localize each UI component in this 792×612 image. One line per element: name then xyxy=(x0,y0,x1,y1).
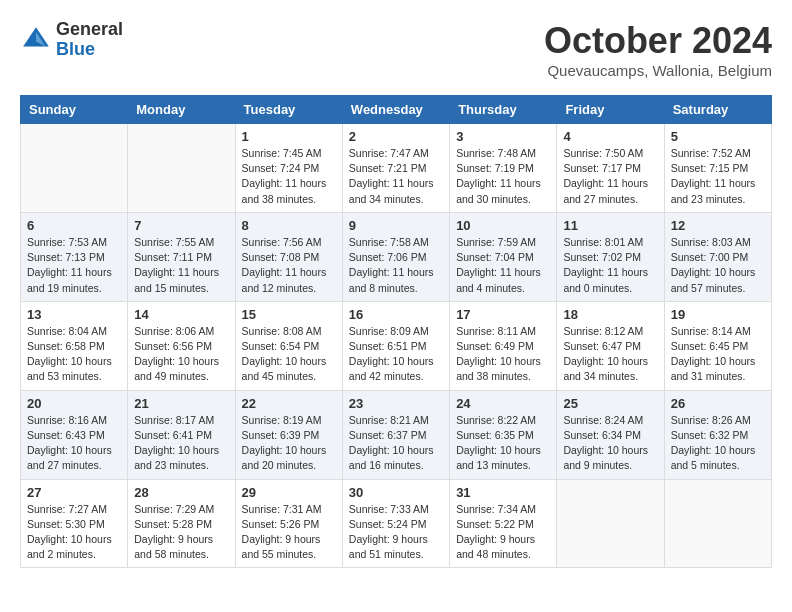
day-info: Sunrise: 8:06 AM Sunset: 6:56 PM Dayligh… xyxy=(134,324,228,385)
day-info: Sunrise: 8:04 AM Sunset: 6:58 PM Dayligh… xyxy=(27,324,121,385)
day-number: 5 xyxy=(671,129,765,144)
logo: General Blue xyxy=(20,20,123,60)
calendar-cell: 31Sunrise: 7:34 AM Sunset: 5:22 PM Dayli… xyxy=(450,479,557,568)
day-number: 14 xyxy=(134,307,228,322)
day-number: 16 xyxy=(349,307,443,322)
day-number: 22 xyxy=(242,396,336,411)
calendar-cell: 30Sunrise: 7:33 AM Sunset: 5:24 PM Dayli… xyxy=(342,479,449,568)
day-number: 20 xyxy=(27,396,121,411)
calendar-cell: 16Sunrise: 8:09 AM Sunset: 6:51 PM Dayli… xyxy=(342,301,449,390)
calendar-cell: 8Sunrise: 7:56 AM Sunset: 7:08 PM Daylig… xyxy=(235,212,342,301)
logo-icon xyxy=(20,24,52,56)
calendar-cell xyxy=(664,479,771,568)
day-info: Sunrise: 8:19 AM Sunset: 6:39 PM Dayligh… xyxy=(242,413,336,474)
calendar-cell: 4Sunrise: 7:50 AM Sunset: 7:17 PM Daylig… xyxy=(557,124,664,213)
logo-blue-text: Blue xyxy=(56,40,123,60)
day-info: Sunrise: 8:08 AM Sunset: 6:54 PM Dayligh… xyxy=(242,324,336,385)
calendar-cell: 28Sunrise: 7:29 AM Sunset: 5:28 PM Dayli… xyxy=(128,479,235,568)
day-number: 4 xyxy=(563,129,657,144)
week-row-1: 1Sunrise: 7:45 AM Sunset: 7:24 PM Daylig… xyxy=(21,124,772,213)
day-number: 27 xyxy=(27,485,121,500)
calendar-cell: 7Sunrise: 7:55 AM Sunset: 7:11 PM Daylig… xyxy=(128,212,235,301)
calendar-cell: 9Sunrise: 7:58 AM Sunset: 7:06 PM Daylig… xyxy=(342,212,449,301)
weekday-header-friday: Friday xyxy=(557,96,664,124)
day-number: 15 xyxy=(242,307,336,322)
calendar-cell: 22Sunrise: 8:19 AM Sunset: 6:39 PM Dayli… xyxy=(235,390,342,479)
day-info: Sunrise: 7:34 AM Sunset: 5:22 PM Dayligh… xyxy=(456,502,550,563)
day-info: Sunrise: 7:58 AM Sunset: 7:06 PM Dayligh… xyxy=(349,235,443,296)
calendar-cell xyxy=(557,479,664,568)
day-number: 6 xyxy=(27,218,121,233)
day-number: 2 xyxy=(349,129,443,144)
calendar-cell xyxy=(21,124,128,213)
location-text: Quevaucamps, Wallonia, Belgium xyxy=(544,62,772,79)
calendar-cell: 11Sunrise: 8:01 AM Sunset: 7:02 PM Dayli… xyxy=(557,212,664,301)
week-row-2: 6Sunrise: 7:53 AM Sunset: 7:13 PM Daylig… xyxy=(21,212,772,301)
weekday-header-tuesday: Tuesday xyxy=(235,96,342,124)
calendar-cell: 14Sunrise: 8:06 AM Sunset: 6:56 PM Dayli… xyxy=(128,301,235,390)
day-info: Sunrise: 8:24 AM Sunset: 6:34 PM Dayligh… xyxy=(563,413,657,474)
week-row-4: 20Sunrise: 8:16 AM Sunset: 6:43 PM Dayli… xyxy=(21,390,772,479)
day-number: 17 xyxy=(456,307,550,322)
calendar-cell: 5Sunrise: 7:52 AM Sunset: 7:15 PM Daylig… xyxy=(664,124,771,213)
week-row-5: 27Sunrise: 7:27 AM Sunset: 5:30 PM Dayli… xyxy=(21,479,772,568)
day-number: 30 xyxy=(349,485,443,500)
weekday-header-monday: Monday xyxy=(128,96,235,124)
day-number: 8 xyxy=(242,218,336,233)
calendar-cell: 12Sunrise: 8:03 AM Sunset: 7:00 PM Dayli… xyxy=(664,212,771,301)
calendar-table: SundayMondayTuesdayWednesdayThursdayFrid… xyxy=(20,95,772,568)
day-info: Sunrise: 7:31 AM Sunset: 5:26 PM Dayligh… xyxy=(242,502,336,563)
calendar-cell: 13Sunrise: 8:04 AM Sunset: 6:58 PM Dayli… xyxy=(21,301,128,390)
calendar-cell: 29Sunrise: 7:31 AM Sunset: 5:26 PM Dayli… xyxy=(235,479,342,568)
weekday-header-sunday: Sunday xyxy=(21,96,128,124)
weekday-header-saturday: Saturday xyxy=(664,96,771,124)
day-info: Sunrise: 8:01 AM Sunset: 7:02 PM Dayligh… xyxy=(563,235,657,296)
day-info: Sunrise: 7:56 AM Sunset: 7:08 PM Dayligh… xyxy=(242,235,336,296)
day-info: Sunrise: 7:50 AM Sunset: 7:17 PM Dayligh… xyxy=(563,146,657,207)
day-number: 7 xyxy=(134,218,228,233)
day-number: 18 xyxy=(563,307,657,322)
day-number: 21 xyxy=(134,396,228,411)
day-info: Sunrise: 8:17 AM Sunset: 6:41 PM Dayligh… xyxy=(134,413,228,474)
day-number: 12 xyxy=(671,218,765,233)
day-number: 28 xyxy=(134,485,228,500)
day-info: Sunrise: 8:21 AM Sunset: 6:37 PM Dayligh… xyxy=(349,413,443,474)
day-info: Sunrise: 8:26 AM Sunset: 6:32 PM Dayligh… xyxy=(671,413,765,474)
day-number: 3 xyxy=(456,129,550,144)
day-info: Sunrise: 8:11 AM Sunset: 6:49 PM Dayligh… xyxy=(456,324,550,385)
title-section: October 2024 Quevaucamps, Wallonia, Belg… xyxy=(544,20,772,79)
calendar-cell xyxy=(128,124,235,213)
day-info: Sunrise: 8:22 AM Sunset: 6:35 PM Dayligh… xyxy=(456,413,550,474)
day-info: Sunrise: 7:48 AM Sunset: 7:19 PM Dayligh… xyxy=(456,146,550,207)
day-number: 9 xyxy=(349,218,443,233)
day-info: Sunrise: 7:55 AM Sunset: 7:11 PM Dayligh… xyxy=(134,235,228,296)
day-number: 23 xyxy=(349,396,443,411)
weekday-header-wednesday: Wednesday xyxy=(342,96,449,124)
logo-general-text: General xyxy=(56,20,123,40)
calendar-cell: 10Sunrise: 7:59 AM Sunset: 7:04 PM Dayli… xyxy=(450,212,557,301)
calendar-cell: 15Sunrise: 8:08 AM Sunset: 6:54 PM Dayli… xyxy=(235,301,342,390)
month-title: October 2024 xyxy=(544,20,772,62)
day-info: Sunrise: 8:09 AM Sunset: 6:51 PM Dayligh… xyxy=(349,324,443,385)
day-number: 29 xyxy=(242,485,336,500)
day-number: 24 xyxy=(456,396,550,411)
day-info: Sunrise: 7:59 AM Sunset: 7:04 PM Dayligh… xyxy=(456,235,550,296)
day-info: Sunrise: 8:14 AM Sunset: 6:45 PM Dayligh… xyxy=(671,324,765,385)
calendar-cell: 18Sunrise: 8:12 AM Sunset: 6:47 PM Dayli… xyxy=(557,301,664,390)
calendar-cell: 24Sunrise: 8:22 AM Sunset: 6:35 PM Dayli… xyxy=(450,390,557,479)
week-row-3: 13Sunrise: 8:04 AM Sunset: 6:58 PM Dayli… xyxy=(21,301,772,390)
weekday-header-row: SundayMondayTuesdayWednesdayThursdayFrid… xyxy=(21,96,772,124)
calendar-cell: 23Sunrise: 8:21 AM Sunset: 6:37 PM Dayli… xyxy=(342,390,449,479)
day-info: Sunrise: 7:29 AM Sunset: 5:28 PM Dayligh… xyxy=(134,502,228,563)
day-info: Sunrise: 7:27 AM Sunset: 5:30 PM Dayligh… xyxy=(27,502,121,563)
day-number: 10 xyxy=(456,218,550,233)
day-info: Sunrise: 7:33 AM Sunset: 5:24 PM Dayligh… xyxy=(349,502,443,563)
day-number: 19 xyxy=(671,307,765,322)
weekday-header-thursday: Thursday xyxy=(450,96,557,124)
calendar-cell: 2Sunrise: 7:47 AM Sunset: 7:21 PM Daylig… xyxy=(342,124,449,213)
day-info: Sunrise: 8:12 AM Sunset: 6:47 PM Dayligh… xyxy=(563,324,657,385)
day-info: Sunrise: 7:45 AM Sunset: 7:24 PM Dayligh… xyxy=(242,146,336,207)
day-info: Sunrise: 7:52 AM Sunset: 7:15 PM Dayligh… xyxy=(671,146,765,207)
calendar-cell: 6Sunrise: 7:53 AM Sunset: 7:13 PM Daylig… xyxy=(21,212,128,301)
day-info: Sunrise: 7:47 AM Sunset: 7:21 PM Dayligh… xyxy=(349,146,443,207)
